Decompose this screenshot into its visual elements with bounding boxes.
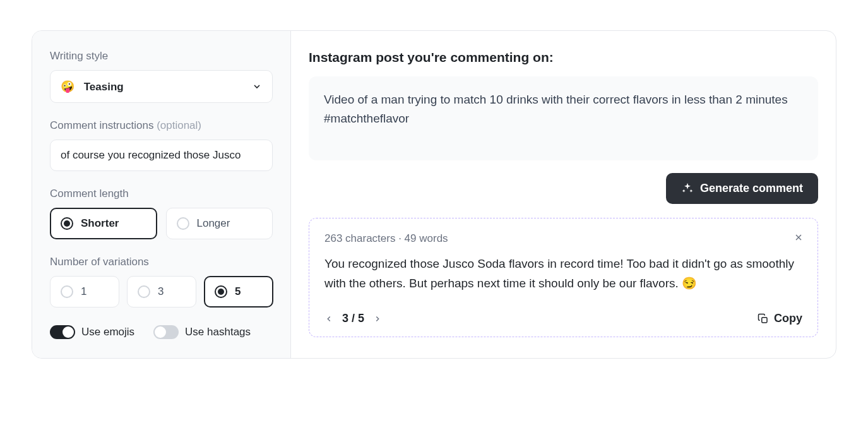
toggle-switch-icon [50,325,75,339]
radio-icon [177,217,189,230]
variations-label: Number of variations [50,256,273,268]
chevron-left-icon[interactable] [324,314,333,323]
main-panel: Instagram post you're commenting on: Vid… [291,31,836,358]
post-context-box: Video of a man trying to match 10 drinks… [309,76,818,160]
result-meta: 263 characters · 49 words [324,232,802,245]
result-text: You recognized those Jusco Soda flavors … [324,254,802,294]
variations-option-3[interactable]: 3 [127,276,196,308]
use-emojis-toggle[interactable]: Use emojis [50,325,134,339]
action-row: Generate comment [309,173,818,204]
writing-style-dropdown[interactable]: 🤪 Teasing [50,70,273,103]
result-box: 263 characters · 49 words You recognized… [309,218,818,338]
svg-rect-2 [762,318,767,323]
radio-icon [215,285,227,298]
teasing-emoji-icon: 🤪 [61,80,74,93]
app-container: Writing style 🤪 Teasing Comment instruct… [32,30,836,359]
radio-icon [61,285,73,298]
instructions-label: Comment instructions (optional) [50,119,273,132]
options-sidebar: Writing style 🤪 Teasing Comment instruct… [32,31,291,358]
copy-button[interactable]: Copy [758,312,802,325]
radio-icon [138,285,150,298]
comment-instructions-input[interactable] [50,140,273,171]
generate-comment-button[interactable]: Generate comment [666,173,818,204]
length-option-shorter[interactable]: Shorter [50,208,157,239]
variations-group: 1 3 5 [50,276,273,308]
comment-length-label: Comment length [50,188,273,200]
use-hashtags-toggle[interactable]: Use hashtags [153,325,251,339]
main-heading: Instagram post you're commenting on: [309,50,818,65]
copy-icon [758,313,769,325]
chevron-down-icon [252,81,262,92]
writing-style-label: Writing style [50,50,273,63]
sparkle-icon [681,182,694,194]
variations-option-1[interactable]: 1 [50,276,119,308]
result-footer: 3 / 5 Copy [324,308,802,325]
toggle-row: Use emojis Use hashtags [50,325,273,339]
radio-icon [61,217,73,230]
comment-length-group: Shorter Longer [50,208,273,239]
chevron-right-icon[interactable] [373,314,382,323]
toggle-switch-icon [153,325,179,339]
pager-position: 3 / 5 [342,312,364,325]
result-pager: 3 / 5 [324,312,382,325]
writing-style-value: Teasing [84,81,124,93]
close-icon[interactable] [794,232,804,242]
length-option-longer[interactable]: Longer [166,208,273,239]
variations-option-5[interactable]: 5 [204,276,273,308]
